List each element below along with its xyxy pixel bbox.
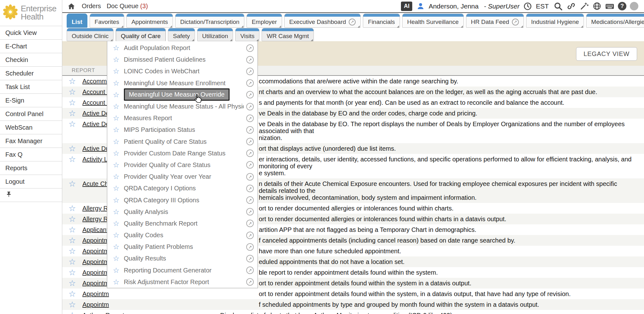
search-icon[interactable] [553,2,563,11]
menu-item[interactable]: ☆ Provider Custom Date Range Status ↗ [107,148,258,159]
secondary-tab[interactable]: WR Case Mgmt ↗ [262,28,314,41]
open-new-window-icon[interactable]: ↗ [246,126,254,134]
report-link[interactable]: Appointm [82,258,109,265]
favorite-star-icon[interactable]: ☆ [69,226,76,234]
open-new-window-icon[interactable]: ↗ [246,278,254,286]
ai-badge[interactable]: AI [401,2,412,11]
sidebar-item[interactable]: Scheduler [0,67,62,80]
menu-item[interactable]: ☆ LOINC Codes in WebChart ↗ [107,65,258,77]
menu-item[interactable]: ☆ Audit Population Report ↗ [107,42,258,54]
report-link[interactable]: Appointm [82,301,109,308]
favorite-star-icon[interactable]: ☆ [113,220,119,227]
open-new-window-icon[interactable]: ↗ [246,91,254,98]
secondary-tab[interactable]: Quality of Care ↗ [116,28,166,41]
favorite-star-icon[interactable]: ☆ [113,80,119,87]
favorite-star-icon[interactable]: ☆ [69,247,76,255]
favorite-star-icon[interactable]: ☆ [113,197,119,204]
menu-item[interactable]: ☆ QRDA Category III Options ↗ [107,194,258,206]
favorite-star-icon[interactable]: ☆ [113,267,119,274]
avatar-circle[interactable] [630,2,638,10]
favorite-star-icon[interactable]: ☆ [69,290,76,298]
breadcrumb-doc-queue[interactable]: Doc Queue (3) [107,3,148,10]
favorite-star-icon[interactable]: ☆ [69,258,76,266]
open-new-window-icon[interactable]: ↗ [246,232,254,239]
favorite-star-icon[interactable]: ☆ [69,144,76,153]
report-link[interactable]: Active Du [82,145,109,152]
favorite-star-icon[interactable]: ☆ [69,204,76,212]
report-link[interactable]: Appointm [82,269,109,276]
menu-item[interactable]: ☆ Measures Report ↗ [107,112,258,124]
primary-tab[interactable]: HR Data Feed ↗ [466,14,524,28]
primary-tab[interactable]: Medications/Allergies/Scripts ↗ [586,14,644,28]
favorite-star-icon[interactable]: ☆ [113,150,119,157]
keyboard-icon[interactable] [605,2,614,11]
favorite-star-icon[interactable]: ☆ [69,88,76,96]
favorite-star-icon[interactable]: ☆ [69,98,76,107]
report-link[interactable]: Appointm [82,290,109,297]
favorite-star-icon[interactable]: ☆ [69,109,76,117]
sidebar-item[interactable]: Logout [0,175,62,188]
sidebar-item[interactable]: Control Panel [0,107,62,121]
favorite-star-icon[interactable]: ☆ [113,44,119,52]
sidebar-item[interactable]: Checkin [0,53,62,67]
help-icon[interactable]: ? [618,2,626,10]
sidebar-item[interactable]: WebScan [0,121,62,134]
sidebar-pin-button[interactable] [0,188,62,202]
menu-item[interactable]: ☆ Meaningful Use Measure Status - All Ph… [107,101,258,112]
open-new-window-icon[interactable]: ↗ [246,220,254,227]
primary-tab[interactable]: List ↗ [67,14,87,28]
favorite-star-icon[interactable]: ☆ [113,243,119,250]
favorite-star-icon[interactable]: ☆ [113,255,119,262]
report-link[interactable]: Appointm [82,237,109,244]
primary-tab[interactable]: Employer ↗ [247,14,282,28]
sidebar-item[interactable]: E-Chart [0,40,62,53]
report-link[interactable]: Active De [82,121,109,127]
sidebar-item[interactable]: Task List [0,80,62,94]
open-new-window-icon[interactable]: ↗ [246,115,254,122]
favorite-star-icon[interactable]: ☆ [113,115,119,122]
menu-item[interactable]: ☆ Dismissed Patient Guidelines ↗ [107,54,258,65]
legacy-view-button[interactable]: LEGACY VIEW [576,47,637,61]
favorite-star-icon[interactable]: ☆ [69,279,76,287]
favorite-star-icon[interactable]: ☆ [69,180,76,188]
report-link[interactable]: Appointm [82,280,109,287]
breadcrumb-orders[interactable]: Orders [82,3,101,10]
favorite-star-icon[interactable]: ☆ [69,155,76,163]
wand-icon[interactable] [579,2,589,11]
secondary-tab[interactable]: Visits ↗ [235,28,259,41]
favorite-star-icon[interactable]: ☆ [113,232,119,239]
menu-item[interactable]: ☆ Patient Quality of Care Status ↗ [107,136,258,148]
favorite-star-icon[interactable]: ☆ [113,161,119,169]
open-new-window-icon[interactable]: ↗ [246,161,254,169]
favorite-star-icon[interactable]: ☆ [113,91,119,98]
primary-tab[interactable]: Health Surveillance ↗ [402,14,464,28]
secondary-tab[interactable]: Utilization ↗ [197,28,233,41]
report-link[interactable]: Active De [82,110,109,117]
favorite-star-icon[interactable]: ☆ [113,68,119,75]
favorite-star-icon[interactable]: ☆ [113,278,119,286]
primary-tab[interactable]: Favorites ↗ [90,14,124,28]
report-link[interactable]: Applicant [82,226,108,233]
menu-item[interactable]: ☆ Quality Codes ↗ [107,229,258,241]
open-new-window-icon[interactable]: ↗ [246,196,254,204]
secondary-tab[interactable]: Outside Clinic ↗ [67,28,114,41]
primary-tab[interactable]: Dictation/Transcription ↗ [175,14,244,28]
home-icon[interactable] [67,2,76,11]
open-new-window-icon[interactable]: ↗ [246,185,254,192]
menu-item[interactable]: ☆ Provider Quality Year over Year ↗ [107,171,258,182]
open-new-window-icon[interactable]: ↗ [246,138,254,145]
favorite-star-icon[interactable]: ☆ [69,77,76,85]
menu-item[interactable]: ☆ Meaningful Use Measure Enrollment ↗ [107,77,258,89]
link-icon[interactable] [566,2,576,11]
open-new-window-icon[interactable]: ↗ [246,103,254,110]
menu-item[interactable]: ☆ Quality Patient Problems ↗ [107,241,258,253]
open-new-window-icon[interactable]: ↗ [246,44,254,52]
menu-item[interactable]: ☆ Provider Quality of Care Status ↗ [107,159,258,171]
favorite-star-icon[interactable]: ☆ [69,236,76,244]
menu-item[interactable]: ☆ Quality Analysis ↗ [107,206,258,218]
primary-tab[interactable]: Executive Dashboard ↗ [284,14,361,28]
menu-item[interactable]: ☆ Quality Results ↗ [107,253,258,264]
favorite-star-icon[interactable]: ☆ [113,138,119,145]
favorite-star-icon[interactable]: ☆ [113,103,119,110]
open-new-window-icon[interactable]: ↗ [246,79,254,87]
